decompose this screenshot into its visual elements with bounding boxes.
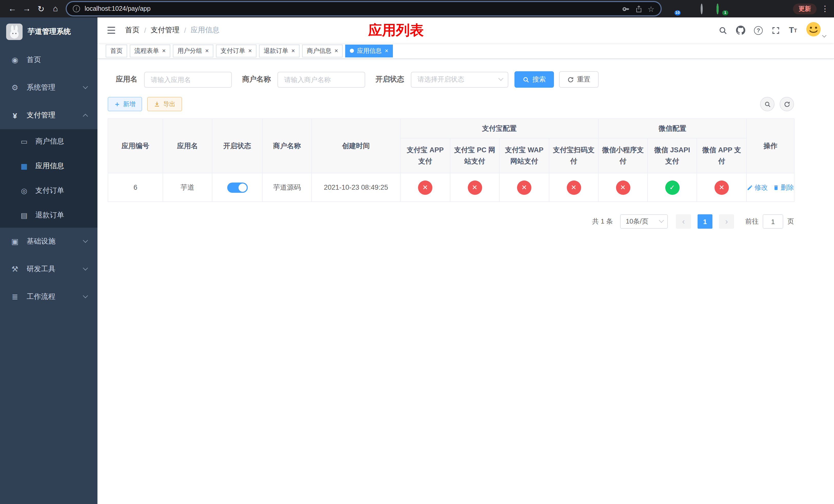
reload-icon[interactable]: ↻: [34, 2, 48, 16]
close-icon[interactable]: ×: [205, 48, 209, 54]
extension-pin-icon[interactable]: [685, 4, 694, 13]
page-title: 应用列表: [368, 21, 424, 40]
sidebar-item-refund-order[interactable]: ▤ 退款订单: [0, 203, 97, 228]
tab-merchant-info[interactable]: 商户信息 ×: [302, 44, 343, 57]
edit-button[interactable]: 修改: [747, 183, 768, 192]
sidebar-item-workflow[interactable]: ≣ 工作流程: [0, 283, 97, 311]
close-icon[interactable]: ×: [334, 48, 338, 54]
app-name-label: 应用名: [116, 75, 137, 84]
tab-pay-order[interactable]: 支付订单 ×: [216, 44, 257, 57]
apps-table: 应用编号 应用名 开启状态 商户名称 创建时间 支付宝配置 微信配置 操作 支付…: [108, 118, 794, 202]
col-header-wechat-jsapi: 微信 JSAPI 支付: [648, 138, 697, 173]
show-search-toggle-button[interactable]: [760, 97, 774, 111]
sidebar-item-label: 工作流程: [27, 292, 56, 301]
status-select[interactable]: 请选择开启状态: [411, 71, 508, 87]
goto-page-input[interactable]: [763, 214, 783, 229]
github-icon[interactable]: [736, 26, 745, 35]
search-button[interactable]: 搜索: [514, 71, 554, 88]
breadcrumb-current: 应用信息: [191, 26, 220, 35]
user-avatar[interactable]: [806, 22, 821, 39]
add-button[interactable]: 新增: [108, 97, 142, 111]
close-icon[interactable]: ×: [248, 48, 252, 54]
payment-submenu: ▭ 商户信息 ▦ 应用信息 ◎ 支付订单 ▤ 退款订单: [0, 129, 97, 228]
breadcrumb-home[interactable]: 首页: [125, 26, 139, 35]
close-icon[interactable]: ×: [162, 48, 166, 54]
fullscreen-icon[interactable]: [771, 26, 780, 35]
password-key-icon[interactable]: [622, 5, 630, 13]
sidebar-item-app-info[interactable]: ▦ 应用信息: [0, 154, 97, 178]
pagination-total: 共 1 条: [592, 217, 613, 226]
col-header-alipay-pc: 支付宝 PC 网站支付: [450, 138, 499, 173]
user-menu[interactable]: [806, 22, 826, 39]
extension-face-icon[interactable]: [780, 4, 789, 13]
prev-page-button[interactable]: ‹: [676, 214, 691, 229]
col-header-create-time: 创建时间: [312, 119, 400, 173]
tab-home[interactable]: 首页: [106, 44, 127, 57]
browser-menu-icon[interactable]: ⋮: [821, 4, 829, 13]
tab-label: 应用信息: [357, 46, 381, 55]
merchant-name-label: 商户名称: [242, 75, 271, 84]
close-icon[interactable]: ×: [385, 48, 388, 54]
tab-user-group[interactable]: 用户分组 ×: [173, 44, 213, 57]
browser-update-button[interactable]: 更新: [793, 3, 816, 14]
reset-button[interactable]: 重置: [559, 71, 598, 88]
tab-refund-order[interactable]: 退款订单 ×: [259, 44, 300, 57]
extension-puzzle-icon[interactable]: [764, 4, 773, 13]
tab-flow-form[interactable]: 流程表单 ×: [130, 44, 170, 57]
sidebar-item-system[interactable]: ⚙ 系统管理: [0, 74, 97, 101]
wechat-mini-status-icon: ✕: [616, 180, 630, 194]
tab-label: 首页: [110, 46, 123, 55]
bookmark-star-icon[interactable]: ☆: [648, 5, 655, 13]
font-size-icon[interactable]: TT: [789, 26, 797, 35]
app-name-input[interactable]: [144, 71, 232, 87]
extension-wechat-icon[interactable]: [732, 4, 741, 13]
sidebar-toggle-icon[interactable]: [106, 25, 117, 36]
search-icon[interactable]: [719, 26, 727, 35]
chevron-down-icon: [83, 293, 88, 298]
logo-avatar-image: [6, 24, 23, 40]
delete-button[interactable]: 删除: [773, 183, 794, 192]
tab-app-info[interactable]: 应用信息 ×: [345, 44, 393, 57]
row-status-toggle[interactable]: [227, 182, 247, 192]
export-button[interactable]: 导出: [147, 97, 182, 111]
chevron-down-icon: [83, 265, 88, 270]
refresh-table-button[interactable]: [780, 97, 794, 111]
sidebar-item-home[interactable]: ◉ 首页: [0, 46, 97, 74]
grid-icon: ▦: [20, 162, 29, 170]
share-icon[interactable]: [635, 5, 642, 13]
sidebar-item-devtools[interactable]: ⚒ 研发工具: [0, 255, 97, 283]
url-text[interactable]: localhost:1024/pay/app: [85, 5, 617, 12]
sidebar-item-label: 研发工具: [27, 265, 56, 274]
help-icon[interactable]: ?: [754, 26, 763, 35]
dashboard-icon: ◉: [10, 55, 20, 65]
page-button-1[interactable]: 1: [698, 214, 712, 229]
extension-green-square-icon[interactable]: [748, 4, 757, 13]
col-header-app-id: 应用编号: [108, 119, 163, 173]
cell-merchant: 芋道源码: [262, 173, 312, 202]
next-page-button[interactable]: ›: [719, 214, 734, 229]
chevron-down-icon: [659, 217, 664, 223]
back-icon[interactable]: ←: [5, 2, 20, 16]
alipay-pc-status-icon: ✕: [467, 180, 482, 194]
chevron-down-icon: [498, 75, 503, 81]
merchant-name-input[interactable]: [278, 71, 365, 87]
home-icon[interactable]: ⌂: [48, 2, 63, 16]
chevron-down-icon: [822, 33, 827, 38]
logo[interactable]: 芋道管理系统: [0, 18, 97, 46]
extension-grid-icon[interactable]: 10: [669, 4, 678, 13]
cell-app-name: 芋道: [163, 173, 212, 202]
extension-dark-icon[interactable]: [701, 4, 709, 13]
sidebar-item-pay-order[interactable]: ◎ 支付订单: [0, 178, 97, 203]
extension-leaf-icon[interactable]: 1: [717, 4, 725, 13]
close-icon[interactable]: ×: [291, 48, 295, 54]
table-row: 6 芋道 芋道源码 2021-10-23 08:49:25 ✕ ✕ ✕ ✕ ✕ …: [108, 173, 794, 202]
address-bar[interactable]: i localhost:1024/pay/app ☆: [67, 2, 661, 15]
sidebar-item-merchant-info[interactable]: ▭ 商户信息: [0, 129, 97, 154]
breadcrumb-payment[interactable]: 支付管理: [151, 26, 179, 35]
sidebar-item-payment[interactable]: ¥ 支付管理: [0, 101, 97, 129]
forward-icon[interactable]: →: [20, 2, 34, 16]
page-size-select[interactable]: 10条/页: [620, 214, 668, 229]
info-icon[interactable]: i: [73, 5, 80, 12]
sidebar-item-label: 首页: [27, 55, 41, 65]
sidebar-item-infrastructure[interactable]: ▣ 基础设施: [0, 228, 97, 255]
